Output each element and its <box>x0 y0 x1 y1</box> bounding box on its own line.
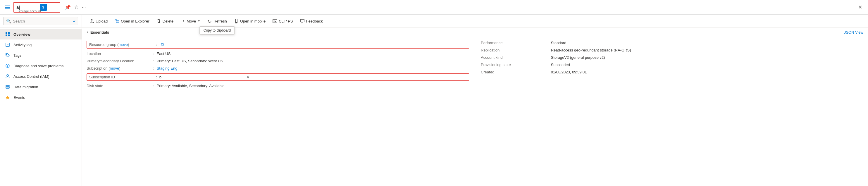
more-icon[interactable]: ··· <box>82 5 86 10</box>
toolbar: Upload Open in Explorer Delete <box>82 14 868 28</box>
subscription-id-end: 4 <box>247 75 249 79</box>
svg-rect-13 <box>6 87 9 88</box>
sidebar-item-label-activity: Activity log <box>13 43 32 47</box>
cli-ps-button[interactable]: CLI / PS <box>270 17 296 25</box>
cli-ps-label: CLI / PS <box>279 19 293 23</box>
resource-group-row: Resource group (move) : ⧉ <box>87 41 469 49</box>
account-kind-label: Account kind <box>481 55 545 60</box>
disk-state-row: Disk state : Primary: Available, Seconda… <box>87 84 469 88</box>
resource-group-label: Resource group (move) <box>89 42 154 47</box>
close-icon[interactable]: ✕ <box>856 3 865 11</box>
tags-icon <box>5 52 10 58</box>
overview-icon <box>5 31 10 37</box>
sep2: : <box>153 52 154 56</box>
copy-to-clipboard-tooltip: Copy to clipboard <box>200 26 235 34</box>
svg-rect-4 <box>6 43 9 46</box>
resource-group-value: ⧉ <box>159 42 164 47</box>
primary-secondary-location-row: Primary/Secondary Location : Primary: Ea… <box>87 59 469 63</box>
svg-point-18 <box>236 22 237 23</box>
svg-point-10 <box>7 66 8 67</box>
open-explorer-button[interactable]: Open in Explorer <box>112 17 152 25</box>
sidebar-item-activity-log[interactable]: Activity log <box>0 39 82 50</box>
feedback-button[interactable]: Feedback <box>297 17 326 25</box>
sidebar-item-access-control[interactable]: Access Control (IAM) <box>0 71 82 82</box>
refresh-tooltip-container: Refresh Copy to clipboard <box>205 17 230 25</box>
sidebar-item-tags[interactable]: Tags <box>0 50 82 61</box>
sidebar-item-events[interactable]: Events <box>0 92 82 103</box>
explorer-icon <box>115 19 119 23</box>
top-search-input[interactable] <box>17 5 40 10</box>
content-area: Upload Open in Explorer Delete <box>82 14 868 186</box>
sep6: : <box>153 84 154 88</box>
rsep5: : <box>548 70 549 74</box>
provisioning-state-label: Provisioning state <box>481 63 545 67</box>
sidebar-item-label-events: Events <box>13 95 25 100</box>
upload-label: Upload <box>96 19 107 23</box>
refresh-button[interactable]: Refresh <box>205 17 230 25</box>
subscription-row: Subscription (move) : Staging Eng <box>87 66 469 70</box>
upload-icon <box>90 19 94 23</box>
rsep2: : <box>548 48 549 52</box>
rsep1: : <box>548 41 549 45</box>
essentials-label: Essentials <box>90 30 109 34</box>
resource-group-move-link[interactable]: move <box>119 42 128 47</box>
diagnose-icon <box>5 63 10 69</box>
subscription-id-start: b <box>159 75 161 79</box>
move-dropdown-icon <box>197 20 200 23</box>
refresh-label: Refresh <box>214 19 227 23</box>
hamburger-menu[interactable] <box>3 4 11 10</box>
sidebar-item-label-tags: Tags <box>13 53 21 58</box>
sidebar-item-label-access: Access Control (IAM) <box>13 74 50 79</box>
sep4: : <box>153 66 154 70</box>
collapse-button[interactable]: « <box>73 19 75 23</box>
top-bar-icons: 📌 ☆ ··· <box>65 4 86 10</box>
copy-resource-group-icon[interactable]: ⧉ <box>161 42 164 47</box>
sidebar-item-label-migration: Data migration <box>13 85 38 89</box>
upload-button[interactable]: Upload <box>87 17 111 25</box>
sidebar-search-input[interactable] <box>13 19 71 23</box>
properties-right-col: Performance : Standard Replication : Rea… <box>481 41 863 88</box>
svg-point-11 <box>7 74 8 76</box>
sidebar-item-overview[interactable]: Overview <box>0 29 82 39</box>
subscription-label: Subscription (move) <box>87 66 151 70</box>
events-icon <box>5 94 10 100</box>
replication-label: Replication <box>481 48 545 52</box>
delete-label: Delete <box>163 19 174 23</box>
sidebar-search-area: 🔍 « <box>0 14 82 28</box>
sep3: : <box>153 59 154 63</box>
primary-secondary-value: Primary: East US, Secondary: West US <box>157 59 223 63</box>
subscription-value: Staging Eng <box>157 66 178 70</box>
location-row: Location : East US <box>87 52 469 56</box>
sidebar-search-box[interactable]: 🔍 « <box>3 17 78 25</box>
sidebar-item-label-overview: Overview <box>13 32 30 36</box>
json-view-button[interactable]: JSON View <box>844 30 863 34</box>
primary-secondary-label: Primary/Secondary Location <box>87 59 151 63</box>
delete-button[interactable]: Delete <box>154 17 177 25</box>
sidebar-item-data-migration[interactable]: Data migration <box>0 82 82 92</box>
star-icon[interactable]: ☆ <box>74 4 79 10</box>
performance-row: Performance : Standard <box>481 41 863 45</box>
mobile-icon <box>234 19 239 23</box>
essentials-chevron-icon: ∧ <box>87 31 89 34</box>
sidebar-item-diagnose[interactable]: Diagnose and solve problems <box>0 61 82 71</box>
data-migration-icon <box>5 84 10 90</box>
open-mobile-button[interactable]: Open in mobile <box>231 17 269 25</box>
terminal-icon <box>273 19 277 23</box>
performance-label: Performance <box>481 41 545 45</box>
subscription-id-label: Subscription ID <box>89 75 154 79</box>
essentials-toggle[interactable]: ∧ Essentials <box>87 30 109 34</box>
feedback-icon <box>300 19 305 23</box>
activity-log-icon <box>5 42 10 48</box>
sidebar-item-label-diagnose: Diagnose and solve problems <box>13 64 63 68</box>
subscription-value-link[interactable]: Staging Eng <box>157 66 178 70</box>
pin-icon[interactable]: 📌 <box>65 4 71 10</box>
svg-rect-16 <box>116 21 119 23</box>
sidebar-nav: Overview Activity log Tags <box>0 28 82 104</box>
svg-rect-3 <box>8 34 10 36</box>
subscription-id-row: Subscription ID : b 4 <box>87 73 469 81</box>
properties-container: Resource group (move) : ⧉ Location : Eas… <box>82 37 868 92</box>
move-button[interactable]: Move <box>178 17 203 25</box>
subscription-move-link[interactable]: move <box>110 66 119 70</box>
access-control-icon <box>5 73 10 79</box>
sep5: : <box>156 75 157 79</box>
